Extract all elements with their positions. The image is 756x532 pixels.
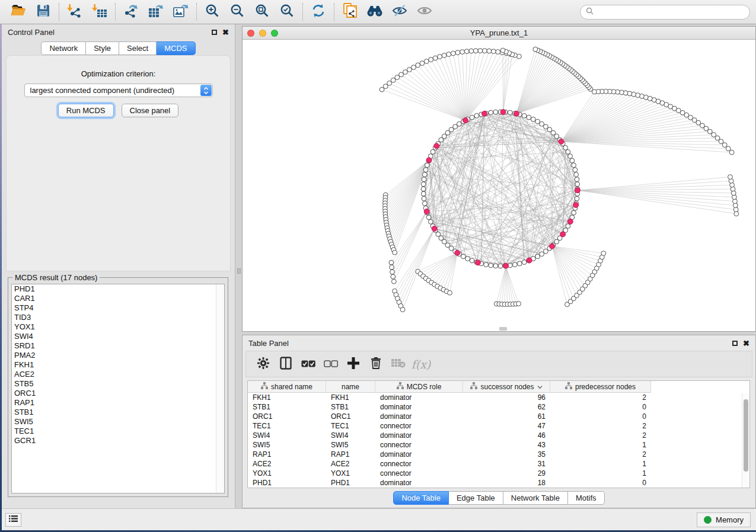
window-maximize-icon[interactable] xyxy=(271,30,278,37)
table-row[interactable]: STB1STB1dominator620 xyxy=(248,402,749,412)
column-header-successor-nodes[interactable]: successor nodes xyxy=(463,381,550,393)
find-button[interactable] xyxy=(362,2,387,22)
network-splitter-grip[interactable] xyxy=(499,327,507,331)
table-cell[interactable]: 31 xyxy=(463,459,550,469)
memory-button[interactable]: Memory xyxy=(697,512,751,527)
table-cell[interactable]: 47 xyxy=(463,421,550,431)
table-cell[interactable]: 61 xyxy=(463,412,550,421)
select-all-button[interactable] xyxy=(297,354,320,375)
export-table-button[interactable] xyxy=(143,2,168,22)
table-cell[interactable]: 46 xyxy=(463,431,550,440)
table-cell[interactable]: YOX1 xyxy=(326,469,375,478)
mcds-node-item[interactable]: ACE2 xyxy=(12,370,224,379)
refresh-button[interactable] xyxy=(306,2,331,22)
column-header-predecessor-nodes[interactable]: predecessor nodes xyxy=(550,381,651,393)
tab-select[interactable]: Select xyxy=(119,41,157,55)
float-panel-icon[interactable] xyxy=(212,30,217,35)
mcds-node-item[interactable]: SRD1 xyxy=(12,341,224,351)
mcds-node-item[interactable]: ORC1 xyxy=(12,389,224,398)
mcds-node-item[interactable]: PHD1 xyxy=(12,284,224,294)
deselect-all-button[interactable] xyxy=(320,354,342,375)
clone-network-button[interactable] xyxy=(337,2,362,22)
table-row[interactable]: TEC1TEC1connector472 xyxy=(248,421,749,431)
table-cell[interactable]: PHD1 xyxy=(326,478,375,488)
tab-node-table[interactable]: Node Table xyxy=(393,491,449,505)
task-history-button[interactable] xyxy=(5,513,21,527)
mcds-node-item[interactable]: GCR1 xyxy=(12,436,224,446)
close-panel-icon[interactable]: ✖ xyxy=(222,30,229,35)
mcds-node-item[interactable]: CAR1 xyxy=(12,294,224,303)
table-cell[interactable]: dominator xyxy=(375,450,463,459)
export-image-button[interactable] xyxy=(168,2,193,22)
column-header-shared-name[interactable]: shared name xyxy=(248,381,326,393)
mcds-list-scrollbar[interactable] xyxy=(216,284,224,493)
add-column-button[interactable] xyxy=(342,354,365,375)
optimization-criterion-select[interactable]: largest connected component (undirected) xyxy=(24,84,213,97)
table-cell[interactable]: dominator xyxy=(375,412,463,421)
divider-grip-icon[interactable] xyxy=(237,268,241,274)
table-row[interactable]: ACE2ACE2connector311 xyxy=(248,459,749,469)
table-cell[interactable]: 1 xyxy=(550,469,651,478)
table-cell[interactable]: RAP1 xyxy=(248,450,326,459)
table-cell[interactable]: YOX1 xyxy=(248,469,326,478)
float-table-panel-icon[interactable] xyxy=(732,341,738,346)
network-graph[interactable] xyxy=(243,40,755,331)
mcds-node-item[interactable]: FKH1 xyxy=(12,360,224,370)
mcds-node-item[interactable]: SWI4 xyxy=(12,332,224,341)
network-window-titlebar[interactable]: YPA_prune.txt_1 xyxy=(243,27,755,40)
mcds-node-item[interactable]: TID3 xyxy=(12,313,224,322)
table-cell[interactable]: 1 xyxy=(550,459,651,469)
open-file-button[interactable] xyxy=(6,2,31,22)
table-cell[interactable]: TEC1 xyxy=(248,421,326,431)
table-cell[interactable]: PHD1 xyxy=(248,478,326,488)
save-session-button[interactable] xyxy=(31,2,56,22)
window-close-icon[interactable] xyxy=(247,30,254,37)
table-cell[interactable]: 62 xyxy=(463,402,550,412)
zoom-out-button[interactable] xyxy=(225,2,250,22)
column-header-name[interactable]: name xyxy=(326,381,375,393)
table-cell[interactable]: SWI5 xyxy=(326,440,375,450)
import-table-button[interactable] xyxy=(87,2,112,22)
table-cell[interactable]: ACE2 xyxy=(326,459,375,469)
table-scrollbar-thumb[interactable] xyxy=(744,399,748,472)
table-cell[interactable]: 2 xyxy=(550,393,651,402)
table-cell[interactable]: dominator xyxy=(375,478,463,488)
table-cell[interactable]: 96 xyxy=(463,393,550,402)
tab-network-table[interactable]: Network Table xyxy=(503,491,568,505)
search-input[interactable] xyxy=(596,8,744,16)
column-header-MCDS-role[interactable]: MCDS role xyxy=(375,381,463,393)
table-row[interactable]: SWI5SWI5connector431 xyxy=(248,440,749,450)
table-cell[interactable]: FKH1 xyxy=(248,393,326,402)
table-cell[interactable]: dominator xyxy=(375,393,463,402)
table-cell[interactable]: 0 xyxy=(550,478,651,488)
table-settings-button[interactable] xyxy=(252,354,275,375)
table-cell[interactable]: 0 xyxy=(550,412,651,421)
zoom-fit-button[interactable] xyxy=(250,2,275,22)
table-cell[interactable]: 43 xyxy=(463,440,550,450)
table-cell[interactable]: ORC1 xyxy=(248,412,326,421)
table-cell[interactable]: 0 xyxy=(550,402,651,412)
table-cell[interactable]: 2 xyxy=(550,431,651,440)
run-mcds-button[interactable]: Run MCDS xyxy=(58,104,114,117)
network-canvas[interactable] xyxy=(243,40,755,331)
mcds-node-item[interactable]: STB5 xyxy=(12,379,224,389)
window-minimize-icon[interactable] xyxy=(259,30,266,37)
table-cell[interactable]: RAP1 xyxy=(326,450,375,459)
close-panel-button[interactable]: Close panel xyxy=(122,104,179,117)
table-row[interactable]: PHD1PHD1dominator180 xyxy=(248,478,749,488)
zoom-selected-button[interactable] xyxy=(275,2,299,22)
table-cell[interactable]: STB1 xyxy=(326,402,375,412)
tab-motifs[interactable]: Motifs xyxy=(568,491,605,505)
function-builder-button[interactable]: f(x) xyxy=(410,354,432,375)
table-cell[interactable]: 1 xyxy=(550,440,651,450)
show-columns-button[interactable] xyxy=(275,354,297,375)
table-cell[interactable]: TEC1 xyxy=(326,421,375,431)
table-cell[interactable]: 29 xyxy=(463,469,550,478)
table-cell[interactable]: STB1 xyxy=(248,402,326,412)
table-cell[interactable]: 2 xyxy=(550,421,651,431)
show-all-button[interactable] xyxy=(412,2,437,22)
mcds-node-item[interactable]: YOX1 xyxy=(12,322,224,332)
delete-column-button[interactable] xyxy=(365,354,387,375)
table-cell[interactable]: ACE2 xyxy=(248,459,326,469)
table-row[interactable]: FKH1FKH1dominator962 xyxy=(248,393,749,402)
